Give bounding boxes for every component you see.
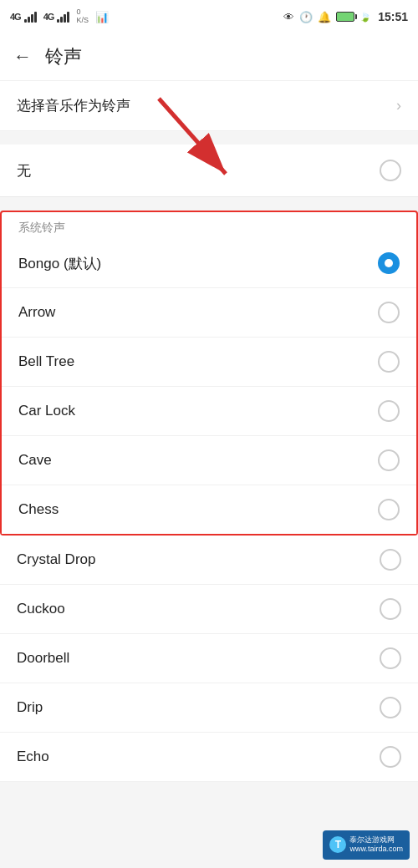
ringtone-name-belltree: Bell Tree	[18, 353, 74, 370]
below-section: Crystal Drop Cuckoo Doorbell Drip Echo	[0, 536, 418, 782]
ringtone-name-bongo: Bongo (默认)	[18, 254, 101, 273]
radio-carlock[interactable]	[378, 400, 400, 422]
radio-cave[interactable]	[378, 449, 400, 471]
section-label: 系统铃声	[2, 212, 416, 239]
none-label: 无	[17, 161, 31, 180]
radio-bongo[interactable]	[378, 252, 400, 274]
radio-drip[interactable]	[380, 697, 401, 718]
radio-arrow[interactable]	[378, 302, 400, 323]
radio-crystaldrop[interactable]	[380, 549, 401, 571]
ringtone-name-cave: Cave	[18, 452, 52, 469]
signal-strength-1: 4G	[10, 12, 21, 22]
ringtone-item-crystaldrop[interactable]: Crystal Drop	[0, 536, 418, 585]
ringtone-item-echo[interactable]: Echo	[0, 733, 418, 782]
radio-chess[interactable]	[378, 499, 400, 520]
data-speed: 0K/S	[76, 8, 89, 25]
ringtone-item-chess[interactable]: Chess	[2, 485, 416, 534]
none-item[interactable]: 无	[0, 145, 418, 197]
status-left: 4G 4G 0K/S 📊	[10, 8, 109, 25]
radio-belltree[interactable]	[378, 351, 400, 373]
none-radio[interactable]	[380, 160, 401, 181]
battery-leaf: 🍃	[359, 12, 371, 23]
bell-icon: 🔔	[318, 11, 331, 23]
signal-strength-2: 4G	[43, 12, 54, 22]
status-bar: 4G 4G 0K/S 📊 👁 🕐 🔔 🍃 15:51	[0, 0, 418, 33]
ringtone-item-carlock[interactable]: Car Lock	[2, 387, 416, 436]
ringtone-name-doorbell: Doorbell	[17, 650, 69, 667]
select-music-item[interactable]: 选择音乐作为铃声 ›	[0, 80, 418, 131]
radio-doorbell[interactable]	[380, 647, 401, 669]
ringtone-item-cuckoo[interactable]: Cuckoo	[0, 585, 418, 634]
signal-icon-1	[24, 11, 37, 23]
ringtone-name-crystaldrop: Crystal Drop	[17, 551, 95, 568]
ringtone-name-drip: Drip	[17, 699, 43, 716]
ringtone-item-drip[interactable]: Drip	[0, 683, 418, 733]
select-music-label: 选择音乐作为铃声	[17, 96, 130, 115]
system-ringtones-section: 系统铃声 Bongo (默认) Arrow Bell Tree Car Lock…	[0, 211, 418, 536]
ringtone-name-cuckoo: Cuckoo	[17, 601, 65, 617]
watermark: T 泰尔达游戏网 www.tairda.com	[323, 830, 410, 860]
ringtone-item-cave[interactable]: Cave	[2, 436, 416, 485]
ringtone-item-arrow[interactable]: Arrow	[2, 288, 416, 338]
ringtone-name-echo: Echo	[17, 749, 49, 765]
ringtone-item-belltree[interactable]: Bell Tree	[2, 338, 416, 387]
page-title: 铃声	[45, 44, 82, 69]
watermark-text: 泰尔达游戏网 www.tairda.com	[349, 835, 403, 855]
radio-echo[interactable]	[380, 746, 401, 768]
activity-icon: 📊	[95, 11, 109, 23]
eye-icon: 👁	[283, 11, 294, 23]
status-right: 👁 🕐 🔔 🍃 15:51	[283, 10, 408, 23]
title-bar: ← 铃声	[0, 33, 418, 80]
clock-icon: 🕐	[299, 11, 313, 23]
watermark-logo: T	[329, 836, 346, 853]
ringtone-item-doorbell[interactable]: Doorbell	[0, 634, 418, 683]
battery-icon	[336, 12, 354, 22]
chevron-right-icon: ›	[396, 97, 401, 114]
radio-cuckoo[interactable]	[380, 598, 401, 620]
time-display: 15:51	[378, 10, 408, 23]
divider-2	[0, 197, 418, 204]
signal-icon-2	[57, 11, 69, 23]
divider-1	[0, 131, 418, 138]
ringtone-name-arrow: Arrow	[18, 304, 55, 321]
ringtone-name-chess: Chess	[18, 501, 59, 518]
back-button[interactable]: ←	[13, 46, 32, 68]
ringtone-name-carlock: Car Lock	[18, 403, 75, 419]
ringtone-item-bongo[interactable]: Bongo (默认)	[2, 239, 416, 288]
